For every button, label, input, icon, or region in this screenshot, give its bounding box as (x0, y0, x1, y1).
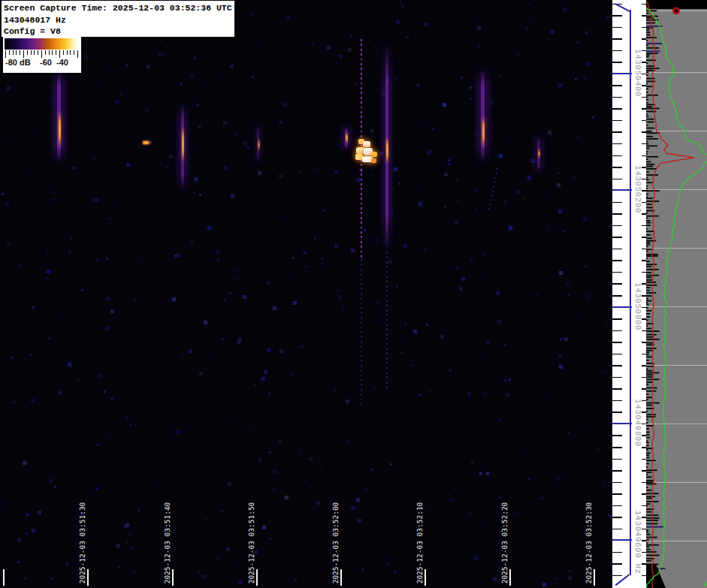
legend-label-max: -40 (56, 58, 68, 67)
config-text: Config = V8 (4, 26, 61, 36)
panel-noise-bar (646, 419, 648, 421)
panel-noise-bar (646, 29, 649, 31)
panel-noise-bar (646, 266, 652, 267)
signal-streak-core (258, 137, 260, 152)
panel-noise-bar (646, 45, 648, 47)
panel-noise-bar (646, 529, 648, 531)
freq-minor-tick (612, 202, 622, 204)
diagonal-echo-trail (488, 168, 498, 213)
signal-streak-core (346, 132, 348, 143)
freq-minor-tick-right (642, 143, 646, 145)
legend-tick (63, 50, 64, 55)
panel-noise-bar (646, 102, 648, 104)
panel-noise-bar (646, 207, 653, 209)
panel-noise-bar (646, 549, 651, 550)
panel-noise-bar (646, 276, 651, 278)
panel-noise-bar (646, 381, 652, 383)
panel-noise-bar (646, 62, 648, 64)
legend-tick (9, 50, 10, 55)
panel-noise-bar (646, 174, 658, 176)
panel-noise-bar (646, 496, 655, 498)
panel-noise-bar (646, 369, 648, 370)
panel-noise-bar (646, 325, 648, 327)
freq-minor-tick-right (642, 575, 646, 577)
freq-minor-tick-right (642, 447, 646, 448)
panel-noise-bar (646, 119, 654, 120)
signal-streak-core (59, 111, 61, 147)
panel-noise-bar (646, 182, 652, 183)
freq-label: 143050200 (633, 165, 642, 213)
time-tick (3, 569, 5, 586)
freq-minor-tick-right (642, 354, 646, 355)
spectrum-panel[interactable] (646, 0, 707, 588)
panel-noise-bar (646, 298, 648, 300)
freq-label: 143050000 (633, 282, 642, 330)
panel-noise-bar (646, 285, 657, 286)
time-label: 2025-12-03 03:51:50 (247, 502, 255, 584)
panel-noise-bar (646, 125, 648, 126)
freq-minor-tick-right (642, 213, 646, 215)
panel-noise-bar (646, 339, 660, 340)
freq-minor-tick (612, 493, 622, 495)
legend-tick (34, 50, 35, 55)
panel-noise-bar (646, 251, 648, 252)
freq-minor-tick (612, 377, 622, 378)
spectrogram-canvas[interactable]: 2025-12-03 03:51:302025-12-03 03:51:4020… (0, 0, 612, 588)
panel-noise-bar (646, 47, 659, 49)
spectrum-plot[interactable] (646, 0, 707, 588)
panel-noise-bar (646, 476, 652, 478)
panel-noise-bar (646, 551, 657, 553)
panel-noise-bar (646, 328, 651, 330)
freq-minor-tick (612, 435, 622, 436)
panel-noise-bar (646, 425, 653, 427)
panel-noise-bar (646, 204, 651, 205)
panel-noise-bar (646, 53, 657, 54)
freq-minor-tick (612, 120, 622, 122)
panel-noise-bar (646, 384, 648, 385)
panel-noise-bar (646, 505, 648, 507)
freq-minor-tick (612, 272, 622, 273)
panel-noise-bar (646, 190, 660, 191)
panel-noise-bar (646, 434, 649, 436)
panel-noise-bar (646, 313, 650, 315)
color-scale-legend: -80 dB -60 -40 (3, 37, 81, 73)
panel-noise-bar (646, 387, 657, 389)
panel-noise-bar (646, 405, 652, 406)
panel-noise-bar (646, 217, 648, 219)
freq-minor-tick-right (642, 272, 646, 273)
time-tick (172, 569, 174, 586)
panel-noise-bar (646, 141, 648, 143)
legend-tick (41, 50, 42, 58)
panel-noise-bar (646, 171, 649, 173)
freq-minor-tick (612, 143, 622, 145)
time-label: 2025-12-03 03:52:00 (331, 502, 340, 584)
time-label: 2025-12-03 03:52:30 (585, 502, 593, 584)
panel-noise-bar (646, 106, 652, 107)
legend-tick (13, 50, 14, 55)
peak-marker-dot (673, 8, 678, 14)
signal-streak[interactable] (481, 69, 485, 161)
panel-noise-bar (646, 196, 648, 198)
panel-noise-bar (646, 246, 648, 247)
panel-noise-bar (646, 108, 660, 110)
panel-noise-bar (646, 546, 649, 547)
panel-noise-bar (646, 511, 651, 513)
panel-noise-bar (646, 348, 657, 349)
panel-noise-bar (646, 225, 651, 226)
panel-noise-bar (646, 437, 650, 439)
panel-noise-bar (646, 23, 655, 24)
panel-noise-bar (646, 17, 654, 19)
panel-noise-bar (646, 463, 649, 465)
freq-minor-tick-right (642, 459, 646, 460)
panel-noise-bar (646, 316, 650, 318)
panel-noise-bar (646, 334, 657, 336)
panel-noise-bar (646, 411, 648, 412)
panel-noise-bar (646, 320, 648, 321)
panel-noise-bar (646, 128, 654, 129)
panel-noise-bar (646, 292, 656, 294)
panel-noise-bar (646, 237, 652, 239)
legend-tick (59, 50, 60, 58)
panel-noise-bar (646, 97, 648, 98)
panel-noise-bar (646, 92, 648, 93)
panel-noise-bar (646, 11, 657, 12)
